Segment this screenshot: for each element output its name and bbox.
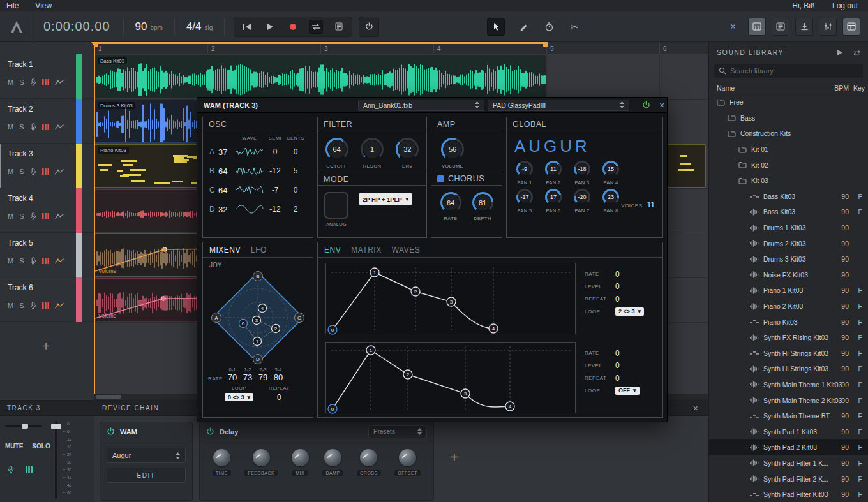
automation-icon[interactable]: [55, 79, 64, 85]
env-level-value[interactable]: 0: [615, 282, 620, 291]
event-list-icon[interactable]: [333, 20, 345, 33]
track-color-strip[interactable]: [76, 144, 82, 188]
library-loop-icon[interactable]: ⇄: [853, 48, 860, 57]
env-rate-value[interactable]: 0: [615, 349, 620, 358]
plugin-close-icon[interactable]: ×: [659, 100, 664, 110]
midi-activity-icon[interactable]: [42, 168, 49, 175]
library-file-synth-pad-1-kit03[interactable]: Synth Pad 1 Kit0390F: [709, 424, 868, 439]
automation-icon[interactable]: [55, 168, 64, 175]
tab-mixenv[interactable]: MIXENV: [209, 246, 241, 255]
pan-knob-1[interactable]: -9PAN 1: [513, 161, 536, 186]
library-panel-toggle[interactable]: [842, 18, 860, 36]
joy-xy-pad[interactable]: BCDA01234: [210, 270, 313, 367]
library-folder-kit-03[interactable]: Kit 03: [709, 173, 868, 189]
tab-matrix[interactable]: MATRIX: [351, 246, 381, 255]
knob-dial[interactable]: [324, 449, 341, 466]
mute-label[interactable]: MUTE: [5, 443, 23, 450]
env-rate-value[interactable]: 0: [615, 270, 620, 279]
osc-semi-value[interactable]: 0: [266, 147, 285, 156]
library-file-bass-kit03[interactable]: Bass Kit0390F: [709, 189, 868, 205]
filter-mode-select[interactable]: 2P HP + 1PLP▾: [359, 193, 412, 205]
midi-activity-icon[interactable]: [42, 124, 49, 130]
library-file-drums-2-kit03[interactable]: Drums 2 Kit0390: [709, 235, 868, 251]
bank-select[interactable]: Ann_Bank01.fxb: [358, 100, 484, 111]
mute-button[interactable]: M: [8, 123, 13, 131]
delay-device-power-icon[interactable]: [206, 427, 214, 436]
library-file-noise-fx-kit03[interactable]: Noise FX Kit0390: [709, 267, 868, 283]
play-button[interactable]: [264, 20, 276, 33]
knob-dial[interactable]: 81: [472, 192, 493, 213]
library-folder-construction-kits[interactable]: Construction Kits: [709, 126, 868, 142]
instrument-select[interactable]: Augur: [107, 448, 186, 463]
osc-semi-value[interactable]: -7: [266, 186, 285, 195]
mute-button[interactable]: M: [8, 168, 13, 175]
pan-knob-6[interactable]: 17PAN 6: [542, 189, 565, 214]
library-file-synth-main-theme-2-kit03[interactable]: Synth Main Theme 2 Kit0390F: [709, 392, 868, 408]
osc-semi-value[interactable]: -12: [266, 166, 285, 175]
chorus-enable-checkbox[interactable]: [437, 175, 444, 182]
library-file-piano-1-kit03[interactable]: Piano 1 Kit0390F: [709, 283, 868, 299]
joy-rate-value[interactable]: 70: [225, 373, 240, 382]
env-repeat-value[interactable]: 0: [615, 374, 620, 383]
track-color-strip[interactable]: [76, 233, 82, 277]
tab-lfo[interactable]: LFO: [251, 246, 267, 255]
solo-button[interactable]: S: [19, 123, 24, 131]
mute-button[interactable]: M: [8, 78, 13, 86]
library-search[interactable]: [714, 64, 863, 78]
knob-dial[interactable]: 17: [545, 189, 562, 205]
column-key[interactable]: Key: [853, 82, 865, 94]
osc-semi-value[interactable]: -12: [266, 205, 285, 214]
library-file-synth-hi-strings-kit03[interactable]: Synth Hi Strings Kit0390F: [709, 361, 868, 377]
delay-knob-cross[interactable]: CROSS: [357, 449, 380, 476]
pan-slider[interactable]: [5, 424, 42, 429]
chorus-knob-depth[interactable]: 81DEPTH: [470, 192, 495, 221]
cursor-tool[interactable]: [488, 18, 504, 35]
track-header-3[interactable]: Track 3MS: [0, 144, 94, 188]
knob-dial[interactable]: [213, 449, 230, 466]
osc-level-value[interactable]: 64: [218, 166, 234, 176]
edit-plugin-button[interactable]: EDIT: [107, 468, 186, 483]
pan-knob-5[interactable]: -17PAN 5: [513, 189, 536, 214]
scrollbar-thumb[interactable]: [96, 395, 121, 399]
record-button[interactable]: [287, 20, 299, 33]
midi-activity-icon[interactable]: [42, 258, 49, 264]
library-file-synth-pad-filter-2-k[interactable]: Synth Pad Filter 2 K...90F: [709, 471, 868, 487]
knob-dial[interactable]: -9: [516, 161, 533, 177]
filter-knob-reson[interactable]: 1RESON: [359, 138, 384, 169]
wam-device-power-icon[interactable]: [107, 427, 115, 436]
fader-thumb[interactable]: [51, 424, 61, 429]
pan-knob-4[interactable]: 15PAN 4: [599, 161, 622, 186]
tab-waves[interactable]: WAVES: [392, 246, 421, 255]
track-header-5[interactable]: Track 5MS: [0, 233, 94, 277]
library-folder-bass[interactable]: Bass: [709, 110, 868, 126]
rewind-button[interactable]: [241, 20, 253, 33]
osc-level-value[interactable]: 64: [218, 186, 234, 195]
env-loop-select-2[interactable]: OFF ▾: [615, 387, 640, 395]
delay-knob-offset[interactable]: OFFSET: [394, 449, 421, 476]
mute-button[interactable]: M: [8, 302, 13, 309]
knob-dial[interactable]: [292, 449, 309, 466]
osc-cents-value[interactable]: 0: [285, 186, 306, 195]
repeat-value[interactable]: 0: [277, 393, 281, 402]
record-arm-icon[interactable]: [30, 212, 36, 220]
solo-button[interactable]: S: [19, 168, 24, 175]
midi-activity-icon[interactable]: [42, 302, 49, 309]
automation-icon[interactable]: [55, 124, 64, 130]
device-chain-close-icon[interactable]: ×: [693, 401, 698, 416]
track-color-strip[interactable]: [76, 99, 82, 144]
keyboard-panel-toggle[interactable]: [748, 18, 766, 36]
envelope-graph[interactable]: 01234: [326, 263, 576, 335]
mute-button[interactable]: M: [8, 212, 13, 220]
delay-knob-damp[interactable]: DAMP: [322, 449, 343, 476]
timeline-ruler[interactable]: 123456: [94, 42, 708, 54]
joy-rate-value[interactable]: 80: [271, 373, 286, 382]
osc-wave-display[interactable]: [236, 147, 264, 157]
library-file-synth-hi-strings-kit03[interactable]: Synth Hi Strings Kit0390F: [709, 346, 868, 362]
knob-dial[interactable]: [360, 449, 377, 466]
library-folder-kit-02[interactable]: Kit 02: [709, 157, 868, 173]
solo-button[interactable]: S: [19, 302, 24, 309]
automation-icon[interactable]: [55, 258, 64, 264]
column-name[interactable]: Name: [717, 84, 735, 92]
search-input[interactable]: [730, 67, 858, 75]
volume-fader[interactable]: [55, 421, 57, 499]
